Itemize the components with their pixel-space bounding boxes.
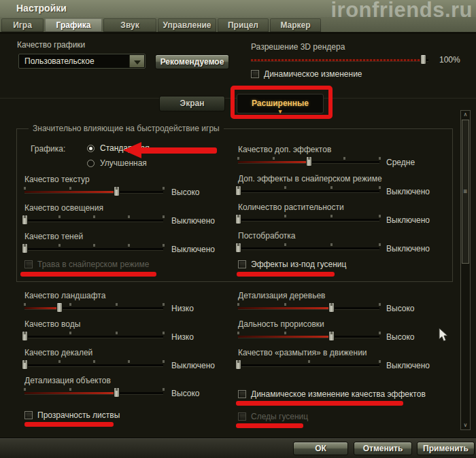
slider-tick [284, 332, 286, 334]
slider-track [238, 247, 379, 249]
slider-tick [273, 157, 275, 160]
tree-detail-label: Детализация деревьев [238, 291, 325, 300]
slider-tick [343, 157, 345, 160]
radio-circle [87, 145, 95, 152]
graphics-quality-label: Качество графики [17, 40, 85, 50]
subtab-screen[interactable]: Экран [159, 96, 225, 111]
slider-track [238, 190, 379, 192]
water-quality-value: Низко [171, 332, 194, 342]
checkbox-label: Эффекты из-под гусениц [251, 260, 346, 269]
slider-tick [237, 186, 239, 189]
slider-track [24, 219, 163, 222]
dynamic-change-checkbox[interactable]: Динамическое изменение [251, 69, 362, 79]
tab-graphics[interactable]: Графика [45, 18, 102, 32]
slider-tick [128, 215, 130, 218]
shadow-quality-slider[interactable] [24, 243, 163, 254]
track-marks-checkbox[interactable]: Следы гусениц [238, 412, 308, 421]
slider-thumb[interactable] [56, 302, 63, 313]
decal-quality-slider[interactable] [24, 359, 163, 370]
slider-tick [308, 157, 310, 160]
slider-tick [330, 332, 333, 334]
slider-tick [163, 215, 165, 218]
checkbox-box [251, 70, 259, 78]
scrollbar-grip-icon: ≡ [462, 187, 469, 196]
slider-tick [24, 332, 26, 334]
lighting-quality-value: Выключено [171, 216, 215, 226]
slider-tick [379, 157, 381, 160]
motion-blur-slider[interactable] [238, 359, 379, 370]
object-lod-slider[interactable] [24, 387, 163, 398]
scrollbar-thumb[interactable]: ≡ [462, 120, 469, 264]
checkbox-box [24, 411, 33, 419]
sniper-grass-checkbox[interactable]: Трава в снайперском режиме [24, 260, 149, 269]
post-processing-label: Постобработка [238, 231, 296, 241]
extra-effects-quality-slider[interactable] [238, 156, 379, 167]
vegetation-density-value: Выключено [386, 215, 430, 225]
render-resolution-slider[interactable] [251, 54, 428, 65]
water-quality-slider[interactable] [24, 331, 163, 342]
slider-tick [128, 244, 130, 247]
slider-tick [284, 186, 286, 189]
foliage-transparency-checkbox[interactable]: Прозрачность листвы [24, 410, 120, 420]
texture-quality-slider[interactable] [24, 186, 163, 197]
slider-thumb[interactable] [420, 54, 426, 65]
slider-tick [237, 360, 239, 363]
post-processing-slider[interactable] [238, 243, 379, 253]
slider-tick [116, 388, 118, 391]
lighting-quality-label: Качество освещения [24, 203, 103, 213]
slider-tick [284, 215, 286, 217]
slider-tick [93, 360, 95, 363]
slider-tick [237, 243, 239, 246]
select-dropdown-button[interactable] [129, 55, 144, 67]
checkbox-box [238, 260, 246, 268]
tab-aim[interactable]: Прицел [218, 18, 269, 32]
lighting-quality-slider[interactable] [24, 215, 163, 226]
slider-tick [24, 215, 26, 218]
slider-track [24, 336, 163, 338]
annotation-underline-sniper-grass [20, 272, 156, 277]
annotation-underline-foliage [24, 422, 114, 427]
annotation-arrow-shaft [140, 147, 217, 154]
render-resolution-label: Разрешение 3D рендера [251, 42, 345, 52]
recommended-button[interactable]: Рекомендуемое [155, 54, 229, 69]
terrain-quality-label: Качество ландшафта [24, 291, 105, 300]
chevron-down-icon [134, 60, 141, 65]
slider-tick [58, 244, 61, 247]
cancel-button[interactable]: Отменить [354, 442, 412, 455]
annotation-arrow-head [123, 142, 141, 158]
graphics-mode-label: Графика: [31, 144, 65, 154]
scroll-down-button[interactable]: ∨ [461, 421, 470, 429]
graphics-quality-select[interactable]: Пользовательское [18, 54, 146, 69]
tab-game[interactable]: Игра [1, 18, 44, 32]
tab-sound[interactable]: Звук [103, 18, 156, 32]
ok-button[interactable]: ОК [293, 442, 348, 455]
footer-bar: ОК Отменить Применить [0, 438, 476, 458]
draw-distance-slider[interactable] [238, 331, 379, 342]
radio-label: Улучшенная [100, 158, 147, 168]
slider-tick [237, 215, 239, 217]
apply-button[interactable]: Применить [417, 442, 475, 455]
texture-quality-value: Высоко [171, 188, 200, 197]
vegetation-density-slider[interactable] [238, 214, 379, 225]
tab-label: Игра [13, 20, 32, 30]
terrain-quality-slider[interactable] [24, 302, 163, 313]
slider-track [24, 364, 163, 366]
scroll-up-button[interactable]: ∧ [461, 111, 470, 119]
slider-tick [116, 187, 118, 190]
dynamic-effects-quality-checkbox[interactable]: Динамическое изменение качества эффектов [238, 389, 426, 399]
annotation-box-advanced [231, 86, 333, 119]
track-effects-checkbox[interactable]: Эффекты из-под гусениц [238, 260, 346, 269]
tree-detail-slider[interactable] [238, 302, 379, 313]
radio-improved-graphics[interactable]: Улучшенная [87, 158, 147, 168]
slider-tick [379, 243, 381, 246]
tab-controls[interactable]: Управление [158, 18, 216, 32]
tab-marker[interactable]: Маркер [270, 18, 321, 32]
slider-tick [330, 303, 333, 306]
slider-tick [163, 244, 165, 247]
slider-tick [284, 243, 286, 246]
render-resolution-value: 100% [439, 55, 460, 65]
slider-tick [330, 243, 333, 246]
annotation-underline-track-marks [236, 423, 303, 428]
sniper-extra-effects-slider[interactable] [238, 186, 379, 196]
decal-quality-value: Выключено [171, 361, 215, 370]
